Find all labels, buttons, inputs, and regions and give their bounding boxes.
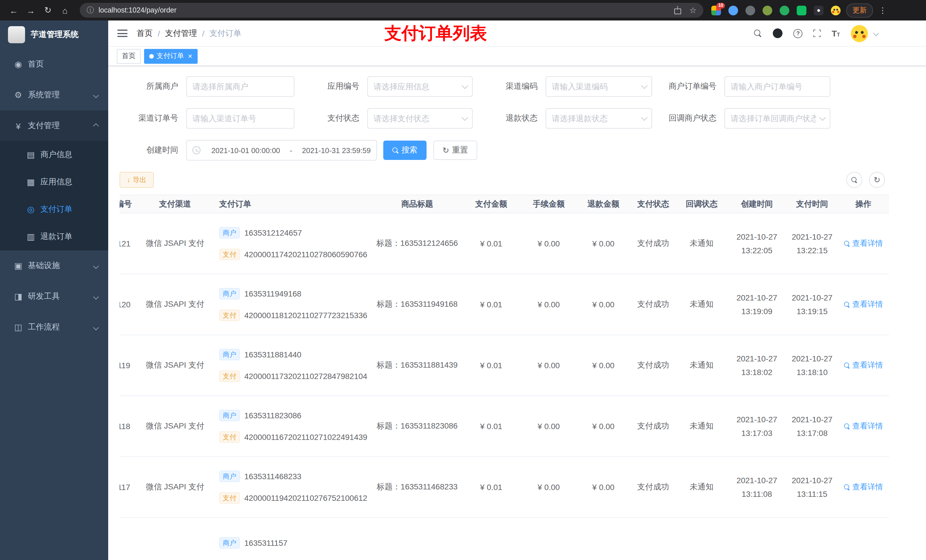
profile-avatar-icon[interactable] xyxy=(831,5,841,15)
sidebar-item-system[interactable]: ⚙ 系统管理 xyxy=(0,80,108,110)
cell-pay-order: 商户 1635311881440 支付 42000011732021102728… xyxy=(213,349,373,382)
pay-status-select[interactable] xyxy=(367,108,473,128)
refund-status-label: 退款状态 xyxy=(488,113,546,124)
browser-home-icon[interactable]: ⌂ xyxy=(58,5,72,15)
tab-pay-order[interactable]: 支付订单 × xyxy=(144,49,197,63)
bookmark-star-icon[interactable]: ☆ xyxy=(689,6,696,15)
toggle-search-button[interactable] xyxy=(846,172,862,188)
channel-order-no-field[interactable] xyxy=(186,108,294,128)
url-text[interactable]: localhost:1024/pay/order xyxy=(98,6,675,14)
cell-fee-amount: ¥ 0.00 xyxy=(521,483,576,492)
channel-order-no-input[interactable] xyxy=(192,114,288,123)
extension-drop-icon[interactable] xyxy=(728,5,738,15)
fullscreen-icon[interactable] xyxy=(814,30,821,37)
app-shell: 芋道管理系统 ◉ 首页 ⚙ 系统管理 ¥ 支付管理 ▤ 商户信息 xyxy=(0,21,926,560)
sidebar-toggle-icon[interactable] xyxy=(117,30,127,37)
browser-reload-icon[interactable]: ↻ xyxy=(41,5,54,15)
share-icon[interactable] xyxy=(675,6,681,14)
merchant-input[interactable] xyxy=(192,82,288,91)
sidebar-item-payment[interactable]: ¥ 支付管理 xyxy=(0,110,108,141)
sidebar-item-merchant-info[interactable]: ▤ 商户信息 xyxy=(0,141,108,169)
cell-pay-time: 2021-10-27 13:22:15 xyxy=(787,230,838,257)
date-range-start[interactable]: 2021-10-01 00:00:00 xyxy=(211,146,280,154)
sidebar-item-dev-tools[interactable]: ◨ 研发工具 xyxy=(0,281,108,312)
channel-order-no-label: 渠道订单号 xyxy=(120,113,186,124)
sidebar-item-home[interactable]: ◉ 首页 xyxy=(0,49,108,80)
notify-status-select[interactable] xyxy=(725,108,830,128)
view-detail-link[interactable]: 查看详情 xyxy=(844,360,883,370)
sidebar: 芋道管理系统 ◉ 首页 ⚙ 系统管理 ¥ 支付管理 ▤ 商户信息 xyxy=(0,21,108,560)
browser-back-icon[interactable]: ← xyxy=(7,5,21,15)
breadcrumb-home[interactable]: 首页 xyxy=(137,28,153,38)
date-range-end[interactable]: 2021-10-31 23:59:59 xyxy=(302,146,371,154)
search-button[interactable]: 搜索 xyxy=(383,140,427,160)
app-label: 应用编号 xyxy=(310,82,367,92)
chevron-down-icon xyxy=(641,115,648,121)
extension-grid-icon[interactable]: 10 xyxy=(711,5,721,15)
github-icon[interactable] xyxy=(773,29,783,38)
breadcrumb-payment[interactable]: 支付管理 xyxy=(165,28,197,38)
browser-update-button[interactable]: 更新 xyxy=(846,3,873,17)
browser-menu-icon[interactable]: ⋮ xyxy=(879,6,887,15)
col-header-channel: 支付渠道 xyxy=(137,199,213,209)
chevron-down-icon[interactable] xyxy=(873,30,879,36)
sidebar-item-label: 研发工具 xyxy=(28,291,60,302)
address-bar[interactable]: ⓘ localhost:1024/pay/order ☆ xyxy=(80,3,703,18)
channel-code-input[interactable] xyxy=(552,82,638,91)
merchant-order-no-field[interactable] xyxy=(725,76,830,97)
chevron-down-icon xyxy=(93,92,99,98)
view-detail-link[interactable]: 查看详情 xyxy=(844,299,883,309)
tab-home[interactable]: 首页 xyxy=(117,49,141,63)
cell-pay-amount: ¥ 0.01 xyxy=(461,422,521,431)
cell-create-time: 2021-10-27 13:22:05 xyxy=(727,230,787,257)
cell-pay-amount: ¥ 0.01 xyxy=(461,300,521,309)
export-button[interactable]: ↓ 导出 xyxy=(120,172,154,188)
user-avatar[interactable] xyxy=(851,25,868,42)
extension-pin-icon[interactable] xyxy=(814,5,823,15)
payment-submenu: ▤ 商户信息 ▦ 应用信息 ◎ 支付订单 ▥ 退款订单 xyxy=(0,141,108,251)
sidebar-item-infra[interactable]: ▣ 基础设施 xyxy=(0,251,108,281)
merchant-order-no-input[interactable] xyxy=(731,82,824,91)
fontsize-icon[interactable]: TT xyxy=(832,29,840,38)
extension-green-icon[interactable] xyxy=(780,5,789,15)
extension-chat-icon[interactable] xyxy=(797,5,806,15)
sidebar-item-pay-order[interactable]: ◎ 支付订单 xyxy=(0,196,108,223)
extension-gray-icon[interactable] xyxy=(746,5,755,15)
cell-refund-amount: ¥ 0.00 xyxy=(576,300,631,309)
site-info-icon[interactable]: ⓘ xyxy=(86,5,94,15)
app-input[interactable] xyxy=(374,82,458,91)
view-detail-link[interactable]: 查看详情 xyxy=(844,482,883,492)
cell-refund-amount: ¥ 0.00 xyxy=(576,483,631,492)
view-detail-link[interactable]: 查看详情 xyxy=(844,421,883,432)
sidebar-item-refund-order[interactable]: ▥ 退款订单 xyxy=(0,223,108,251)
notify-status-input[interactable] xyxy=(731,114,816,123)
cell-actions: 查看详情 xyxy=(838,421,889,432)
channel-pay-no: 4200001167202110271022491439 xyxy=(244,433,367,442)
sidebar-item-app-info[interactable]: ▦ 应用信息 xyxy=(0,169,108,196)
sidebar-item-workflow[interactable]: ◫ 工作流程 xyxy=(0,312,108,343)
tools-icon: ◨ xyxy=(11,291,25,302)
cell-fee-amount: ¥ 0.00 xyxy=(521,239,576,248)
app-select[interactable] xyxy=(367,76,473,97)
merchant-tag: 商户 xyxy=(219,227,240,238)
browser-forward-icon[interactable]: → xyxy=(24,5,38,15)
refresh-table-button[interactable]: ↻ xyxy=(869,172,885,188)
table-header-row: 编号 支付渠道 支付订单 商品标题 支付金额 手续金额 退款金额 支付状态 回调… xyxy=(120,195,889,213)
notify-status-label: 回调商户状态 xyxy=(669,113,725,124)
cell-notify-status: 未通知 xyxy=(676,360,727,370)
col-header-pay-amount: 支付金额 xyxy=(461,199,521,209)
create-time-range-picker[interactable]: 2021-10-01 00:00:00 - 2021-10-31 23:59:5… xyxy=(186,140,377,160)
help-icon[interactable]: ? xyxy=(794,29,803,38)
tab-close-icon[interactable]: × xyxy=(188,52,192,60)
cell-create-time: 2021-10-27 13:11:08 xyxy=(727,474,787,501)
extension-olive-icon[interactable] xyxy=(763,5,772,15)
refund-status-input[interactable] xyxy=(552,114,638,123)
refund-status-select[interactable] xyxy=(546,108,652,128)
logo-row[interactable]: 芋道管理系统 xyxy=(0,21,108,49)
view-detail-link[interactable]: 查看详情 xyxy=(844,238,883,249)
search-icon[interactable] xyxy=(754,29,762,37)
merchant-select[interactable] xyxy=(186,76,294,97)
reset-button[interactable]: ↻ 重置 xyxy=(433,140,477,160)
channel-code-select[interactable] xyxy=(546,76,652,97)
pay-status-input[interactable] xyxy=(374,114,458,123)
